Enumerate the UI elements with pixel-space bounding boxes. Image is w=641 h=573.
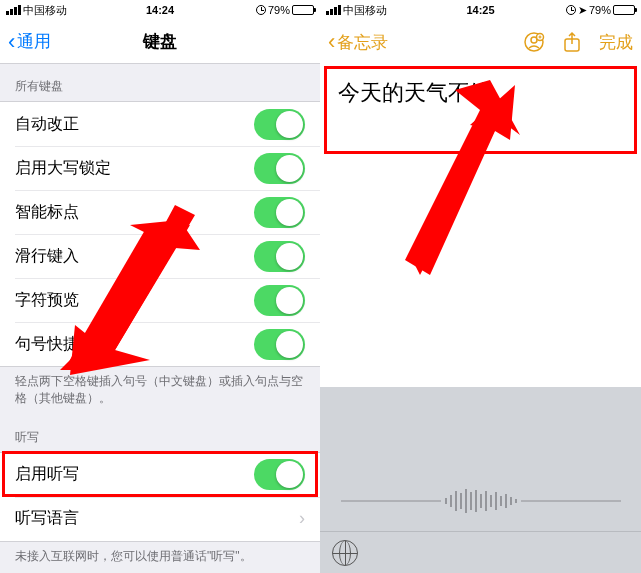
settings-row[interactable]: 字符预览 <box>0 278 320 322</box>
status-time: 14:25 <box>320 4 641 16</box>
row-label: 字符预览 <box>15 290 79 311</box>
globe-icon[interactable] <box>332 540 358 566</box>
right-screen: 中国移动 14:25 ➤ 79% ‹ 备忘录 完成 今天的天气不错。 <box>320 0 641 573</box>
row-label: 句号快捷键 <box>15 334 95 355</box>
row-enable-dictation[interactable]: 启用听写 <box>0 453 320 497</box>
share-icon[interactable] <box>561 31 583 53</box>
status-bar: 中国移动 14:25 ➤ 79% <box>320 0 641 20</box>
status-time: 14:24 <box>0 4 320 16</box>
toggle-switch[interactable] <box>254 197 305 228</box>
row-label: 自动改正 <box>15 114 79 135</box>
dictation-waveform <box>320 471 641 531</box>
chevron-left-icon: ‹ <box>328 31 335 53</box>
settings-row[interactable]: 滑行键入 <box>0 234 320 278</box>
row-label: 智能标点 <box>15 202 79 223</box>
nav-bar: ‹ 备忘录 完成 <box>320 20 641 64</box>
settings-row[interactable]: 句号快捷键 <box>0 322 320 366</box>
switch-enable-dictation[interactable] <box>254 459 305 490</box>
done-button[interactable]: 完成 <box>599 31 633 54</box>
settings-row[interactable]: 启用大写锁定 <box>0 146 320 190</box>
settings-row[interactable]: 智能标点 <box>0 190 320 234</box>
keyboard-toolbar <box>320 531 641 573</box>
alarm-icon <box>566 5 576 15</box>
toggle-switch[interactable] <box>254 285 305 316</box>
add-person-icon[interactable] <box>523 31 545 53</box>
note-content[interactable]: 今天的天气不错。 <box>320 64 641 364</box>
back-button[interactable]: ‹ 备忘录 <box>328 31 388 54</box>
section-footer-period: 轻点两下空格键插入句号（中文键盘）或插入句点与空格（其他键盘）。 <box>0 367 320 415</box>
battery-icon <box>613 5 635 15</box>
enable-dictation-label: 启用听写 <box>15 464 79 485</box>
section-footer-dictation: 未接入互联网时，您可以使用普通话"听写"。 <box>0 542 320 573</box>
toggle-switch[interactable] <box>254 329 305 360</box>
keyboard-area <box>320 387 641 573</box>
row-label: 启用大写锁定 <box>15 158 111 179</box>
row-dictation-language[interactable]: 听写语言 › <box>0 497 320 541</box>
left-screen: 中国移动 14:24 79% ‹ 通用 键盘 所有键盘 自动改正启用大写锁定智能… <box>0 0 320 573</box>
dictation-language-label: 听写语言 <box>15 508 79 529</box>
row-label: 滑行键入 <box>15 246 79 267</box>
alarm-icon <box>256 5 266 15</box>
battery-icon <box>292 5 314 15</box>
status-bar: 中国移动 14:24 79% <box>0 0 320 20</box>
toggle-switch[interactable] <box>254 241 305 272</box>
toggle-switch[interactable] <box>254 153 305 184</box>
group-keyboards: 自动改正启用大写锁定智能标点滑行键入字符预览句号快捷键 <box>0 101 320 367</box>
section-header-keyboards: 所有键盘 <box>0 64 320 101</box>
settings-row[interactable]: 自动改正 <box>0 102 320 146</box>
chevron-right-icon: › <box>299 508 305 529</box>
group-dictation: 启用听写 听写语言 › <box>0 452 320 542</box>
nav-bar: ‹ 通用 键盘 <box>0 20 320 64</box>
back-label: 备忘录 <box>337 31 388 54</box>
section-header-dictation: 听写 <box>0 415 320 452</box>
toggle-switch[interactable] <box>254 109 305 140</box>
page-title: 键盘 <box>0 30 320 53</box>
